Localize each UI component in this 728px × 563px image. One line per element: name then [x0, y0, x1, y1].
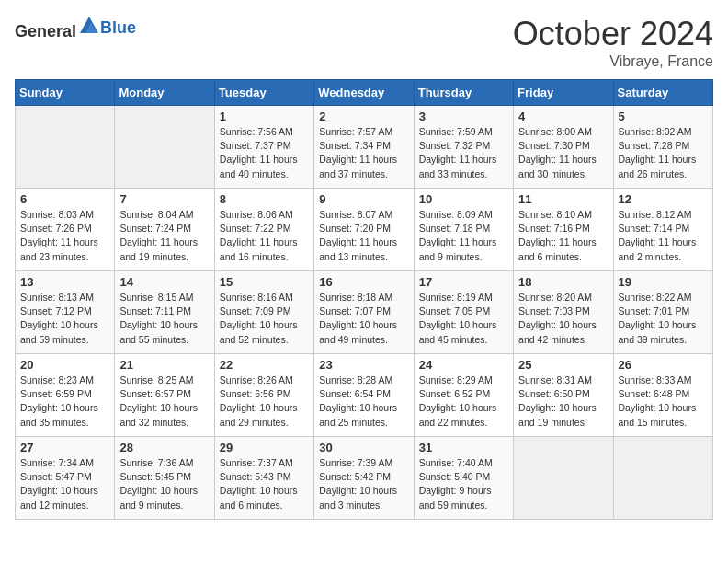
day-detail: Sunrise: 7:37 AMSunset: 5:43 PMDaylight:…: [220, 456, 309, 512]
day-detail: Sunrise: 7:56 AMSunset: 7:37 PMDaylight:…: [220, 125, 309, 181]
day-detail: Sunrise: 8:16 AMSunset: 7:09 PMDaylight:…: [220, 291, 309, 347]
day-detail: Sunrise: 8:19 AMSunset: 7:05 PMDaylight:…: [419, 291, 508, 347]
calendar-cell: 5Sunrise: 8:02 AMSunset: 7:28 PMDaylight…: [613, 106, 712, 189]
day-number: 31: [419, 441, 508, 454]
logo-blue-text: Blue: [100, 18, 136, 38]
header: General Blue October 2024 Vibraye, Franc…: [15, 15, 713, 70]
calendar-cell: 23Sunrise: 8:28 AMSunset: 6:54 PMDayligh…: [314, 354, 414, 437]
day-detail: Sunrise: 7:39 AMSunset: 5:42 PMDaylight:…: [319, 456, 408, 512]
day-detail: Sunrise: 8:07 AMSunset: 7:20 PMDaylight:…: [319, 208, 408, 264]
day-detail: Sunrise: 8:20 AMSunset: 7:03 PMDaylight:…: [518, 291, 608, 347]
weekday-header-thursday: Thursday: [414, 80, 513, 106]
day-detail: Sunrise: 8:10 AMSunset: 7:16 PMDaylight:…: [518, 208, 608, 264]
day-number: 7: [119, 192, 209, 206]
month-title: October 2024: [513, 15, 713, 53]
day-detail: Sunrise: 8:28 AMSunset: 6:54 PMDaylight:…: [319, 373, 408, 430]
day-detail: Sunrise: 8:03 AMSunset: 7:26 PMDaylight:…: [20, 208, 109, 264]
day-detail: Sunrise: 8:15 AMSunset: 7:11 PMDaylight:…: [119, 291, 209, 347]
day-number: 8: [220, 192, 309, 206]
day-detail: Sunrise: 8:04 AMSunset: 7:24 PMDaylight:…: [119, 208, 209, 264]
weekday-header-tuesday: Tuesday: [214, 80, 313, 106]
day-number: 24: [419, 358, 508, 372]
day-detail: Sunrise: 8:00 AMSunset: 7:30 PMDaylight:…: [518, 125, 608, 181]
week-row-3: 13Sunrise: 8:13 AMSunset: 7:12 PMDayligh…: [16, 271, 713, 354]
calendar-cell: 18Sunrise: 8:20 AMSunset: 7:03 PMDayligh…: [514, 271, 613, 354]
calendar-table: SundayMondayTuesdayWednesdayThursdayFrid…: [15, 79, 713, 520]
calendar-cell: 10Sunrise: 8:09 AMSunset: 7:18 PMDayligh…: [414, 189, 513, 271]
calendar-cell: 28Sunrise: 7:36 AMSunset: 5:45 PMDayligh…: [115, 437, 214, 520]
calendar-cell: 22Sunrise: 8:26 AMSunset: 6:56 PMDayligh…: [214, 354, 313, 437]
day-detail: Sunrise: 7:40 AMSunset: 5:40 PMDaylight:…: [419, 456, 508, 512]
calendar-cell: 27Sunrise: 7:34 AMSunset: 5:47 PMDayligh…: [16, 437, 115, 520]
calendar-cell: 19Sunrise: 8:22 AMSunset: 7:01 PMDayligh…: [613, 271, 712, 354]
calendar-cell: 9Sunrise: 8:07 AMSunset: 7:20 PMDaylight…: [314, 189, 414, 271]
location-title: Vibraye, France: [513, 53, 713, 70]
weekday-header-row: SundayMondayTuesdayWednesdayThursdayFrid…: [16, 80, 713, 106]
day-number: 6: [20, 192, 109, 206]
day-number: 20: [20, 358, 109, 372]
week-row-5: 27Sunrise: 7:34 AMSunset: 5:47 PMDayligh…: [16, 437, 713, 520]
day-number: 14: [119, 275, 209, 289]
weekday-header-wednesday: Wednesday: [314, 80, 414, 106]
calendar-cell: 29Sunrise: 7:37 AMSunset: 5:43 PMDayligh…: [214, 437, 313, 520]
calendar-cell: 13Sunrise: 8:13 AMSunset: 7:12 PMDayligh…: [16, 271, 115, 354]
week-row-1: 1Sunrise: 7:56 AMSunset: 7:37 PMDaylight…: [16, 106, 713, 189]
day-detail: Sunrise: 7:57 AMSunset: 7:34 PMDaylight:…: [319, 125, 408, 181]
day-number: 26: [619, 358, 708, 372]
weekday-header-saturday: Saturday: [613, 80, 712, 106]
calendar-cell: 20Sunrise: 8:23 AMSunset: 6:59 PMDayligh…: [16, 354, 115, 437]
day-detail: Sunrise: 7:36 AMSunset: 5:45 PMDaylight:…: [119, 456, 209, 512]
day-detail: Sunrise: 8:29 AMSunset: 6:52 PMDaylight:…: [419, 373, 508, 430]
day-number: 3: [419, 109, 508, 123]
day-number: 1: [220, 109, 309, 123]
logo: General Blue: [15, 15, 136, 41]
day-number: 18: [518, 275, 608, 289]
calendar-cell: 7Sunrise: 8:04 AMSunset: 7:24 PMDaylight…: [115, 189, 214, 271]
day-detail: Sunrise: 8:26 AMSunset: 6:56 PMDaylight:…: [220, 373, 309, 430]
weekday-header-sunday: Sunday: [16, 80, 115, 106]
calendar-cell: 4Sunrise: 8:00 AMSunset: 7:30 PMDaylight…: [514, 106, 613, 189]
weekday-header-friday: Friday: [514, 80, 613, 106]
day-detail: Sunrise: 8:25 AMSunset: 6:57 PMDaylight:…: [119, 373, 209, 430]
title-area: October 2024 Vibraye, France: [513, 15, 713, 70]
calendar-cell: [514, 437, 613, 520]
day-detail: Sunrise: 8:12 AMSunset: 7:14 PMDaylight:…: [619, 208, 708, 264]
calendar-cell: 30Sunrise: 7:39 AMSunset: 5:42 PMDayligh…: [314, 437, 414, 520]
day-detail: Sunrise: 8:23 AMSunset: 6:59 PMDaylight:…: [20, 373, 109, 430]
logo-icon: [78, 15, 100, 37]
calendar-cell: 21Sunrise: 8:25 AMSunset: 6:57 PMDayligh…: [115, 354, 214, 437]
day-number: 21: [119, 358, 209, 372]
calendar-cell: 3Sunrise: 7:59 AMSunset: 7:32 PMDaylight…: [414, 106, 513, 189]
day-number: 19: [619, 275, 708, 289]
day-number: 10: [419, 192, 508, 206]
calendar-cell: 2Sunrise: 7:57 AMSunset: 7:34 PMDaylight…: [314, 106, 414, 189]
calendar-cell: 24Sunrise: 8:29 AMSunset: 6:52 PMDayligh…: [414, 354, 513, 437]
day-number: 9: [319, 192, 408, 206]
calendar-cell: [115, 106, 214, 189]
day-number: 22: [220, 358, 309, 372]
day-detail: Sunrise: 8:13 AMSunset: 7:12 PMDaylight:…: [20, 291, 109, 347]
day-number: 17: [419, 275, 508, 289]
day-detail: Sunrise: 8:09 AMSunset: 7:18 PMDaylight:…: [419, 208, 508, 264]
day-detail: Sunrise: 8:18 AMSunset: 7:07 PMDaylight:…: [319, 291, 408, 347]
calendar-cell: 31Sunrise: 7:40 AMSunset: 5:40 PMDayligh…: [414, 437, 513, 520]
day-number: 5: [619, 109, 708, 123]
week-row-2: 6Sunrise: 8:03 AMSunset: 7:26 PMDaylight…: [16, 189, 713, 271]
day-number: 23: [319, 358, 408, 372]
calendar-cell: [613, 437, 712, 520]
calendar-cell: 17Sunrise: 8:19 AMSunset: 7:05 PMDayligh…: [414, 271, 513, 354]
calendar-cell: 15Sunrise: 8:16 AMSunset: 7:09 PMDayligh…: [214, 271, 313, 354]
calendar-cell: 11Sunrise: 8:10 AMSunset: 7:16 PMDayligh…: [514, 189, 613, 271]
day-number: 27: [20, 441, 109, 454]
calendar-cell: 8Sunrise: 8:06 AMSunset: 7:22 PMDaylight…: [214, 189, 313, 271]
day-number: 25: [518, 358, 608, 372]
week-row-4: 20Sunrise: 8:23 AMSunset: 6:59 PMDayligh…: [16, 354, 713, 437]
day-detail: Sunrise: 8:31 AMSunset: 6:50 PMDaylight:…: [518, 373, 608, 430]
day-number: 2: [319, 109, 408, 123]
day-number: 15: [220, 275, 309, 289]
calendar-cell: 16Sunrise: 8:18 AMSunset: 7:07 PMDayligh…: [314, 271, 414, 354]
calendar-cell: 26Sunrise: 8:33 AMSunset: 6:48 PMDayligh…: [613, 354, 712, 437]
day-number: 29: [220, 441, 309, 454]
calendar-cell: 14Sunrise: 8:15 AMSunset: 7:11 PMDayligh…: [115, 271, 214, 354]
day-detail: Sunrise: 7:34 AMSunset: 5:47 PMDaylight:…: [20, 456, 109, 512]
